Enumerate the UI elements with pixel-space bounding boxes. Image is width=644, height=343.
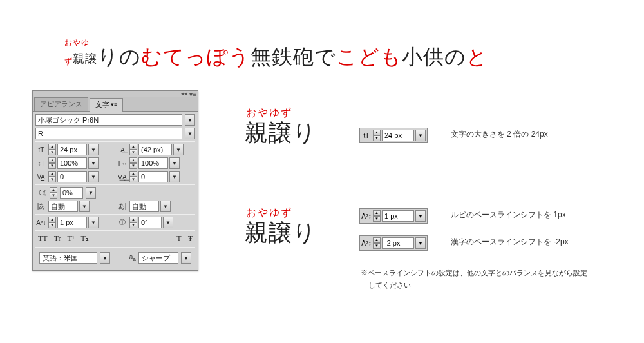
superscript-toggle[interactable]: T¹ (68, 234, 75, 244)
tracking-dropdown[interactable]: ▼ (169, 171, 180, 182)
font-size-field[interactable]: 24 px (57, 144, 87, 155)
aki-right-field[interactable]: 自動 (129, 201, 159, 212)
note-baseline-2: 漢字のベースラインシフトを -2px (451, 237, 569, 248)
baseline-control-2: Aª↕ ▲▼ -2 px ▼ (359, 235, 428, 251)
tab-appearance[interactable]: アピアランス (34, 97, 88, 111)
collapse-icon[interactable]: ◂◂ (181, 90, 187, 97)
char-rotation-stepper[interactable]: ▲▼ (129, 217, 137, 228)
leading-icon: A͟ (117, 144, 128, 155)
baseline-shift-icon: Aª↕ (35, 217, 47, 228)
strikethrough-toggle[interactable]: Ŧ (188, 234, 193, 244)
vscale-dropdown[interactable]: ▼ (88, 157, 99, 169)
language-dropdown[interactable]: ▼ (100, 252, 110, 264)
font-size-icon: tT (35, 144, 47, 155)
note-size: 文字の大きさを 2 倍の 24px (451, 129, 548, 140)
kerning-stepper[interactable]: ▲▼ (48, 171, 56, 182)
size-control: tT ▲▼ 24 px ▼ (359, 128, 428, 143)
baseline1-dropdown[interactable]: ▼ (415, 210, 426, 222)
aki-right-dropdown[interactable]: ▼ (160, 201, 171, 212)
aki-left-dropdown[interactable]: ▼ (79, 201, 90, 212)
tracking-field[interactable]: 0 (138, 171, 168, 182)
ex1-base: 親譲り (245, 117, 317, 149)
baseline2-field[interactable]: -2 px (382, 237, 414, 249)
tracking-stepper[interactable]: ▲▼ (129, 171, 137, 182)
language-field[interactable]: 英語：米国 (39, 252, 97, 264)
vscale-icon: ↕T (35, 157, 47, 169)
smallcaps-toggle[interactable]: Tr (54, 234, 61, 244)
note-baseline-1: ルビのベースラインシフトを 1px (451, 210, 566, 220)
hscale-dropdown[interactable]: ▼ (169, 157, 180, 169)
footnote-line-1: ※ベースラインシフトの設定は、他の文字とのバランスを見ながら設定 (361, 267, 587, 279)
footnote: ※ベースラインシフトの設定は、他の文字とのバランスを見ながら設定 してください (361, 267, 587, 291)
text-muteppou-kanji: 無鉄砲で (251, 45, 336, 68)
hscale-stepper[interactable]: ▲▼ (129, 157, 137, 169)
text-kodomo: こども (336, 45, 402, 68)
font-style-field[interactable]: R (35, 128, 182, 139)
baseline-shift-icon: Aª↕ (361, 240, 372, 247)
ex2-base: 親譲り (245, 217, 317, 249)
text-kodomo-kanji: 小供の (402, 45, 466, 68)
font-size-icon: tT (361, 132, 372, 139)
allcaps-toggle[interactable]: TT (38, 234, 48, 244)
leading-field[interactable]: (42 px) (138, 144, 172, 155)
ruby-base-text: 親譲 (73, 52, 97, 65)
baseline-shift-stepper[interactable]: ▲▼ (48, 217, 56, 228)
baseline-shift-icon: Aª↕ (361, 213, 372, 220)
font-size-dropdown[interactable]: ▼ (88, 144, 99, 155)
vscale-stepper[interactable]: ▲▼ (48, 157, 56, 169)
baseline2-dropdown[interactable]: ▼ (415, 237, 426, 249)
char-rotation-dropdown[interactable]: ▼ (163, 217, 173, 228)
char-rotation-field[interactable]: 0° (138, 217, 162, 228)
character-panel: ◂◂ ▾≡ アピアランス 文字▾≡ 小塚ゴシック Pr6N ▼ R ▼ tT ▲… (32, 90, 198, 271)
subscript-toggle[interactable]: T₁ (81, 234, 89, 244)
panel-body: 小塚ゴシック Pr6N ▼ R ▼ tT ▲▼ 24 px ▼ A͟ ▲▼ (4… (33, 112, 198, 270)
size-control-field[interactable]: 24 px (382, 130, 414, 141)
baseline2-stepper[interactable]: ▲▼ (373, 237, 381, 249)
size-control-stepper[interactable]: ▲▼ (373, 130, 381, 141)
tsume-stepper[interactable]: ▲▼ (50, 187, 57, 199)
baseline-shift-field[interactable]: 1 px (57, 217, 87, 228)
font-family-dropdown[interactable]: ▼ (185, 114, 195, 126)
tracking-icon: V͟A͟ (117, 171, 128, 182)
underline-toggle[interactable]: T (176, 234, 181, 244)
antialias-dropdown[interactable]: ▼ (181, 252, 191, 264)
vscale-field[interactable]: 100% (57, 157, 87, 169)
antialias-label: aa (129, 253, 136, 262)
text-to: と (466, 45, 488, 68)
kerning-dropdown[interactable]: ▼ (88, 171, 99, 182)
aki-left-icon: |あ (35, 201, 47, 212)
panel-tabs: アピアランス 文字▾≡ (33, 97, 198, 112)
baseline1-field[interactable]: 1 px (382, 210, 414, 222)
font-family-field[interactable]: 小塚ゴシック Pr6N (35, 114, 182, 126)
font-style-dropdown[interactable]: ▼ (185, 128, 195, 139)
sample-text: おやゆ ず親譲 りのむてっぽう無鉄砲でこども小供のと (64, 39, 644, 72)
text-muteppou: むてっぽう (141, 45, 251, 68)
leading-stepper[interactable]: ▲▼ (129, 144, 137, 155)
panel-header: ◂◂ ▾≡ (33, 91, 198, 97)
size-control-dropdown[interactable]: ▼ (415, 130, 426, 141)
baseline-shift-dropdown[interactable]: ▼ (88, 217, 99, 228)
baseline1-stepper[interactable]: ▲▼ (373, 210, 381, 222)
text-rino: りの (97, 45, 141, 68)
tsume-field[interactable]: 0% (60, 187, 83, 199)
example-1: おやゆず 親譲り (245, 106, 317, 149)
font-size-stepper[interactable]: ▲▼ (48, 144, 56, 155)
aki-right-icon: あ| (117, 201, 128, 212)
kerning-icon: VA̲ (35, 171, 47, 182)
kerning-field[interactable]: 0 (57, 171, 87, 182)
aki-left-field[interactable]: 自動 (48, 201, 78, 212)
hscale-icon: T↔ (117, 157, 128, 169)
char-rotation-icon: Ⓣ (117, 217, 128, 228)
leading-dropdown[interactable]: ▼ (173, 144, 184, 155)
antialias-field[interactable]: シャープ (138, 252, 178, 264)
tsume-dropdown[interactable]: ▼ (86, 187, 96, 199)
tab-options-icon: ▾≡ (111, 101, 117, 108)
ruby-oyayuzu: おやゆ ず親譲 (64, 39, 97, 69)
ruby-base-row: ず親譲 (64, 45, 97, 68)
footnote-line-2: してください (368, 279, 587, 291)
example-2: おやゆず 親譲り (245, 206, 317, 249)
tab-character[interactable]: 文字▾≡ (90, 98, 123, 112)
tsume-icon: ㍘ (35, 187, 47, 199)
hscale-field[interactable]: 100% (138, 157, 168, 169)
baseline-control-1: Aª↕ ▲▼ 1 px ▼ (359, 208, 428, 224)
